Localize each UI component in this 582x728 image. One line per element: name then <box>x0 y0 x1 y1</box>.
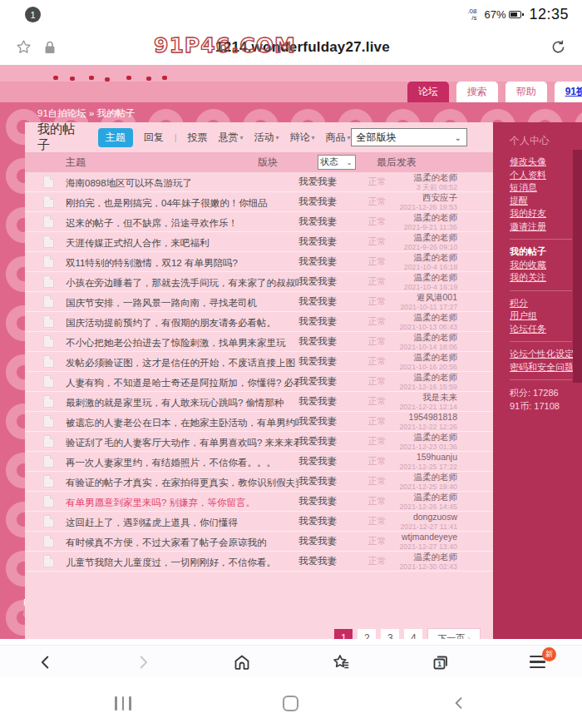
back-button[interactable] <box>37 653 55 671</box>
thread-forum-link[interactable]: 我爱我妻 <box>298 176 337 186</box>
thread-title-link[interactable]: 海南0898地区可以环岛游玩了 <box>66 178 192 188</box>
thread-author-link[interactable]: 温柔的老师 <box>414 373 458 382</box>
thread-author-link[interactable]: 温柔的老师 <box>414 493 458 502</box>
breadcrumb[interactable]: 91自拍论坛 » 我的帖子 <box>37 107 136 120</box>
thread-forum-link[interactable]: 我爱我妻 <box>298 296 337 306</box>
thread-forum-link[interactable]: 我爱我妻 <box>298 276 337 286</box>
thread-author-link[interactable]: 温柔的老师 <box>414 552 458 562</box>
sidebar-item-personalization[interactable]: 论坛个性化设定 <box>510 348 582 361</box>
sidebar-item-forum-tasks[interactable]: 论坛任务 <box>510 323 582 336</box>
thread-author-link[interactable]: 温柔的老师 <box>414 213 458 222</box>
thread-title-link[interactable]: 国庆节安排，一路风景一路向南，寻找老司机 <box>66 298 257 308</box>
thread-forum-link[interactable]: 我爱我妻 <box>298 536 337 546</box>
forward-button[interactable] <box>134 653 152 671</box>
thread-title-link[interactable]: 天涯传媒正式招人合作，来吧福利 <box>66 238 210 248</box>
thread-author-link[interactable]: wtjmandeyeye <box>402 532 457 542</box>
thread-title-link[interactable]: 有验证的帖子才真实，在家拍得更真实，教你识别假夫妻。 <box>66 478 298 488</box>
bookmark-star-icon[interactable] <box>15 38 32 56</box>
thread-title-link[interactable]: 刚拍完，也是刚搞完，04年妹子很嫩的！你细品 <box>66 198 268 208</box>
thread-title-link[interactable]: 国庆活动提前预约了，有假期的朋友请务必看帖。 <box>66 318 276 328</box>
menu-button[interactable]: 新 <box>530 656 545 668</box>
site-tab-help[interactable]: 帮助 <box>506 82 547 102</box>
thread-forum-link[interactable]: 我爱我妻 <box>298 456 337 466</box>
thread-forum-link[interactable]: 我爱我妻 <box>298 496 337 506</box>
status-filter-select[interactable]: 状态 ⌄ <box>318 155 356 170</box>
site-tab-search[interactable]: 搜索 <box>456 82 498 102</box>
thread-author-link[interactable]: 温柔的老师 <box>414 233 458 242</box>
thread-forum-link[interactable]: 我爱我妻 <box>298 196 337 206</box>
thread-title-link[interactable]: 发帖必须验证图，这才是信任的开始，不废话直接上图 <box>66 358 295 368</box>
home-nav-button[interactable] <box>283 696 298 711</box>
thread-author-link[interactable]: 温柔的老师 <box>414 313 458 322</box>
filter-tab-activities[interactable]: 活动▾ <box>254 131 279 145</box>
thread-forum-link[interactable]: 我爱我妻 <box>298 256 337 266</box>
sidebar-item-friends[interactable]: 我的好友 <box>510 207 582 220</box>
thread-author-link[interactable]: 温柔的老师 <box>414 473 458 482</box>
sidebar-item-my-favorites[interactable]: 我的收藏 <box>510 259 582 272</box>
tabs-button[interactable]: 1 <box>431 652 451 672</box>
page-number-1[interactable]: 1 <box>334 629 353 639</box>
thread-author-link[interactable]: 温柔的老师 <box>414 433 458 442</box>
filter-tab-goods[interactable]: 商品▾ <box>326 131 351 145</box>
thread-author-link[interactable]: dongzuosw <box>413 513 457 522</box>
recents-button[interactable] <box>115 696 131 711</box>
sidebar-item-profile[interactable]: 个人资料 <box>510 169 582 182</box>
sidebar-item-credits[interactable]: 积分 <box>510 297 582 310</box>
thread-title-link[interactable]: 双11特别的特别激情，双12 有单男陪吗? <box>66 258 238 268</box>
thread-title-link[interactable]: 再一次人妻家里约，有结婚照片，不信你看。。。 <box>66 458 276 468</box>
thread-title-link[interactable]: 迟来的帖子，但不缺席，沿途寻欢作乐！ <box>66 218 238 228</box>
site-tab-forum[interactable]: 论坛 <box>407 82 449 102</box>
lock-icon[interactable] <box>44 41 56 54</box>
thread-forum-link[interactable]: 我爱我妻 <box>298 396 337 406</box>
next-page-button[interactable]: 下一页› <box>427 628 481 639</box>
sidebar-item-my-posts[interactable]: 我的帖子 <box>510 245 582 259</box>
thread-forum-link[interactable]: 我爱我妻 <box>298 416 337 426</box>
filter-tab-rewards[interactable]: 悬赏▾ <box>219 131 244 145</box>
filter-tab-debates[interactable]: 辩论▾ <box>290 131 315 145</box>
thread-title-link[interactable]: 人妻有狗，不知道是哈士奇还是阿拉斯加，你懂得? 必看 <box>66 378 298 388</box>
thread-forum-link[interactable]: 我爱我妻 <box>298 216 337 226</box>
thread-title-link[interactable]: 验证刮了毛的人妻客厅大动作，有单男喜欢吗? 来来来看 <box>66 438 298 448</box>
page-number-4[interactable]: 4 <box>404 629 422 639</box>
thread-author-link[interactable]: 温柔的老师 <box>414 173 458 182</box>
thread-forum-link[interactable]: 我爱我妻 <box>298 316 337 326</box>
thread-forum-link[interactable]: 我爱我妻 <box>298 376 337 386</box>
sidebar-item-security[interactable]: 密码和安全问题 <box>510 361 582 374</box>
thread-title-link[interactable]: 这回赶上了，遇到猛虎上道具，你们懂得 <box>66 518 238 527</box>
filter-tab-polls[interactable]: 投票 <box>188 131 208 145</box>
sidebar-item-my-follows[interactable]: 我的关注 <box>510 271 582 285</box>
thread-title-link[interactable]: 有单男愿意到家里来吗? 别嫌弃，等你留言。 <box>66 498 255 508</box>
thread-title-link[interactable]: 儿童节我陪大儿童度过，一切刚刚好，不信你看。 <box>66 557 276 567</box>
thread-forum-link[interactable]: 我爱我妻 <box>298 436 337 446</box>
home-button[interactable] <box>232 652 252 672</box>
thread-forum-link[interactable]: 我爱我妻 <box>298 476 337 486</box>
forum-filter-select[interactable]: 全部版块 ⌄ <box>351 128 467 146</box>
thread-title-link[interactable]: 有时候真不方便，不过大家看了帖子会原谅我的 <box>66 537 267 547</box>
thread-title-link[interactable]: 被遗忘的人妻老公在日本，在她家主卧活动，有单男约吗? <box>66 418 298 428</box>
thread-author-link[interactable]: 159huanju <box>417 453 457 462</box>
thread-forum-link[interactable]: 我爱我妻 <box>298 336 337 346</box>
thread-title-link[interactable]: 小孩在旁边睡着了，那就去洗手间玩，有来家了的叔叔吗? <box>66 278 298 288</box>
thread-forum-link[interactable]: 我爱我妻 <box>298 516 337 526</box>
sidebar-item-usergroup[interactable]: 用户组 <box>510 310 582 323</box>
sidebar-item-reminders[interactable]: 提醒 <box>510 195 582 208</box>
thread-author-link[interactable]: 温柔的老师 <box>414 353 458 362</box>
thread-forum-link[interactable]: 我爱我妻 <box>298 556 337 566</box>
thread-forum-link[interactable]: 我爱我妻 <box>298 236 337 246</box>
sidebar-item-avatar-edit[interactable]: 修改头像 <box>510 156 582 169</box>
sidebar-item-messages[interactable]: 短消息 <box>510 181 582 195</box>
page-number-2[interactable]: 2 <box>358 629 376 639</box>
back-nav-button[interactable] <box>451 695 467 711</box>
thread-author-link[interactable]: 温柔的老师 <box>414 333 458 342</box>
sidebar-item-invite[interactable]: 邀请注册 <box>510 220 582 234</box>
refresh-icon[interactable] <box>550 38 567 56</box>
thread-author-link[interactable]: 温柔的老师 <box>414 253 458 262</box>
page-number-3[interactable]: 3 <box>381 629 399 639</box>
url-text[interactable]: 1214.wonderfulday27.live <box>215 39 390 55</box>
thread-author-link[interactable]: 1954981818 <box>409 413 457 422</box>
thread-forum-link[interactable]: 我爱我妻 <box>298 356 337 366</box>
thread-author-link[interactable]: 温柔的老师 <box>414 273 458 282</box>
thread-title-link[interactable]: 最刺激的就是家里玩，有人敢来玩心跳吗? 偷情那种 <box>66 398 284 408</box>
filter-tab-replies[interactable]: 回复 <box>144 131 164 145</box>
bookmarks-button[interactable] <box>331 652 351 672</box>
